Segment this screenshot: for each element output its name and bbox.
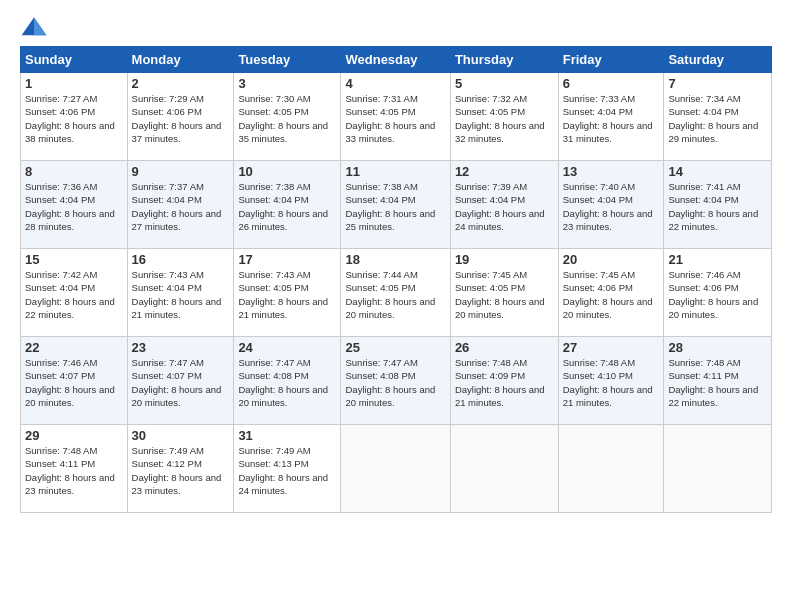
- day-info: Sunrise: 7:27 AMSunset: 4:06 PMDaylight:…: [25, 93, 115, 144]
- calendar-header-sunday: Sunday: [21, 47, 128, 73]
- calendar-header-thursday: Thursday: [450, 47, 558, 73]
- calendar-week-row: 8Sunrise: 7:36 AMSunset: 4:04 PMDaylight…: [21, 161, 772, 249]
- day-info: Sunrise: 7:40 AMSunset: 4:04 PMDaylight:…: [563, 181, 653, 232]
- calendar-cell: 3Sunrise: 7:30 AMSunset: 4:05 PMDaylight…: [234, 73, 341, 161]
- day-number: 30: [132, 428, 230, 443]
- day-number: 3: [238, 76, 336, 91]
- day-number: 29: [25, 428, 123, 443]
- day-info: Sunrise: 7:49 AMSunset: 4:12 PMDaylight:…: [132, 445, 222, 496]
- logo-icon: [20, 16, 48, 38]
- calendar-cell: 28Sunrise: 7:48 AMSunset: 4:11 PMDayligh…: [664, 337, 772, 425]
- calendar-cell: 20Sunrise: 7:45 AMSunset: 4:06 PMDayligh…: [558, 249, 664, 337]
- calendar-cell: 11Sunrise: 7:38 AMSunset: 4:04 PMDayligh…: [341, 161, 450, 249]
- day-number: 24: [238, 340, 336, 355]
- calendar-header-monday: Monday: [127, 47, 234, 73]
- day-number: 25: [345, 340, 445, 355]
- calendar-cell: 24Sunrise: 7:47 AMSunset: 4:08 PMDayligh…: [234, 337, 341, 425]
- day-number: 21: [668, 252, 767, 267]
- calendar-cell: 21Sunrise: 7:46 AMSunset: 4:06 PMDayligh…: [664, 249, 772, 337]
- calendar-cell: 25Sunrise: 7:47 AMSunset: 4:08 PMDayligh…: [341, 337, 450, 425]
- day-info: Sunrise: 7:39 AMSunset: 4:04 PMDaylight:…: [455, 181, 545, 232]
- day-number: 19: [455, 252, 554, 267]
- calendar-cell: 16Sunrise: 7:43 AMSunset: 4:04 PMDayligh…: [127, 249, 234, 337]
- day-info: Sunrise: 7:37 AMSunset: 4:04 PMDaylight:…: [132, 181, 222, 232]
- header: [20, 16, 772, 38]
- calendar-cell: 27Sunrise: 7:48 AMSunset: 4:10 PMDayligh…: [558, 337, 664, 425]
- day-number: 14: [668, 164, 767, 179]
- day-number: 11: [345, 164, 445, 179]
- day-number: 15: [25, 252, 123, 267]
- day-number: 10: [238, 164, 336, 179]
- svg-marker-1: [34, 17, 46, 35]
- calendar-cell: 29Sunrise: 7:48 AMSunset: 4:11 PMDayligh…: [21, 425, 128, 513]
- day-info: Sunrise: 7:31 AMSunset: 4:05 PMDaylight:…: [345, 93, 435, 144]
- day-info: Sunrise: 7:48 AMSunset: 4:10 PMDaylight:…: [563, 357, 653, 408]
- day-info: Sunrise: 7:41 AMSunset: 4:04 PMDaylight:…: [668, 181, 758, 232]
- calendar-header-friday: Friday: [558, 47, 664, 73]
- day-info: Sunrise: 7:34 AMSunset: 4:04 PMDaylight:…: [668, 93, 758, 144]
- day-info: Sunrise: 7:48 AMSunset: 4:11 PMDaylight:…: [25, 445, 115, 496]
- calendar-header-row: SundayMondayTuesdayWednesdayThursdayFrid…: [21, 47, 772, 73]
- day-info: Sunrise: 7:33 AMSunset: 4:04 PMDaylight:…: [563, 93, 653, 144]
- calendar-week-row: 22Sunrise: 7:46 AMSunset: 4:07 PMDayligh…: [21, 337, 772, 425]
- calendar-cell: [450, 425, 558, 513]
- day-number: 22: [25, 340, 123, 355]
- calendar-cell: 26Sunrise: 7:48 AMSunset: 4:09 PMDayligh…: [450, 337, 558, 425]
- calendar-cell: 30Sunrise: 7:49 AMSunset: 4:12 PMDayligh…: [127, 425, 234, 513]
- day-info: Sunrise: 7:48 AMSunset: 4:09 PMDaylight:…: [455, 357, 545, 408]
- day-number: 8: [25, 164, 123, 179]
- calendar-cell: 31Sunrise: 7:49 AMSunset: 4:13 PMDayligh…: [234, 425, 341, 513]
- calendar-cell: 22Sunrise: 7:46 AMSunset: 4:07 PMDayligh…: [21, 337, 128, 425]
- day-info: Sunrise: 7:49 AMSunset: 4:13 PMDaylight:…: [238, 445, 328, 496]
- calendar-cell: 23Sunrise: 7:47 AMSunset: 4:07 PMDayligh…: [127, 337, 234, 425]
- calendar-cell: 8Sunrise: 7:36 AMSunset: 4:04 PMDaylight…: [21, 161, 128, 249]
- calendar-cell: 19Sunrise: 7:45 AMSunset: 4:05 PMDayligh…: [450, 249, 558, 337]
- calendar-header-wednesday: Wednesday: [341, 47, 450, 73]
- day-info: Sunrise: 7:45 AMSunset: 4:06 PMDaylight:…: [563, 269, 653, 320]
- day-number: 23: [132, 340, 230, 355]
- day-number: 28: [668, 340, 767, 355]
- day-number: 27: [563, 340, 660, 355]
- calendar-week-row: 29Sunrise: 7:48 AMSunset: 4:11 PMDayligh…: [21, 425, 772, 513]
- calendar-cell: [664, 425, 772, 513]
- day-info: Sunrise: 7:48 AMSunset: 4:11 PMDaylight:…: [668, 357, 758, 408]
- calendar-table: SundayMondayTuesdayWednesdayThursdayFrid…: [20, 46, 772, 513]
- calendar-cell: 18Sunrise: 7:44 AMSunset: 4:05 PMDayligh…: [341, 249, 450, 337]
- day-info: Sunrise: 7:36 AMSunset: 4:04 PMDaylight:…: [25, 181, 115, 232]
- day-number: 1: [25, 76, 123, 91]
- calendar-cell: 9Sunrise: 7:37 AMSunset: 4:04 PMDaylight…: [127, 161, 234, 249]
- calendar-header-tuesday: Tuesday: [234, 47, 341, 73]
- logo: [20, 16, 52, 38]
- calendar-cell: 5Sunrise: 7:32 AMSunset: 4:05 PMDaylight…: [450, 73, 558, 161]
- day-info: Sunrise: 7:47 AMSunset: 4:07 PMDaylight:…: [132, 357, 222, 408]
- day-number: 18: [345, 252, 445, 267]
- day-number: 16: [132, 252, 230, 267]
- day-number: 5: [455, 76, 554, 91]
- calendar-cell: 2Sunrise: 7:29 AMSunset: 4:06 PMDaylight…: [127, 73, 234, 161]
- day-number: 17: [238, 252, 336, 267]
- page-container: SundayMondayTuesdayWednesdayThursdayFrid…: [0, 0, 792, 523]
- day-number: 2: [132, 76, 230, 91]
- calendar-cell: 13Sunrise: 7:40 AMSunset: 4:04 PMDayligh…: [558, 161, 664, 249]
- calendar-cell: 14Sunrise: 7:41 AMSunset: 4:04 PMDayligh…: [664, 161, 772, 249]
- day-number: 4: [345, 76, 445, 91]
- day-info: Sunrise: 7:38 AMSunset: 4:04 PMDaylight:…: [238, 181, 328, 232]
- day-number: 9: [132, 164, 230, 179]
- day-info: Sunrise: 7:47 AMSunset: 4:08 PMDaylight:…: [345, 357, 435, 408]
- calendar-cell: 17Sunrise: 7:43 AMSunset: 4:05 PMDayligh…: [234, 249, 341, 337]
- calendar-cell: 7Sunrise: 7:34 AMSunset: 4:04 PMDaylight…: [664, 73, 772, 161]
- day-info: Sunrise: 7:47 AMSunset: 4:08 PMDaylight:…: [238, 357, 328, 408]
- calendar-week-row: 15Sunrise: 7:42 AMSunset: 4:04 PMDayligh…: [21, 249, 772, 337]
- calendar-cell: 6Sunrise: 7:33 AMSunset: 4:04 PMDaylight…: [558, 73, 664, 161]
- day-number: 12: [455, 164, 554, 179]
- calendar-cell: [341, 425, 450, 513]
- calendar-cell: 10Sunrise: 7:38 AMSunset: 4:04 PMDayligh…: [234, 161, 341, 249]
- day-info: Sunrise: 7:43 AMSunset: 4:05 PMDaylight:…: [238, 269, 328, 320]
- day-number: 26: [455, 340, 554, 355]
- day-number: 13: [563, 164, 660, 179]
- day-number: 31: [238, 428, 336, 443]
- calendar-week-row: 1Sunrise: 7:27 AMSunset: 4:06 PMDaylight…: [21, 73, 772, 161]
- day-info: Sunrise: 7:46 AMSunset: 4:07 PMDaylight:…: [25, 357, 115, 408]
- calendar-cell: 15Sunrise: 7:42 AMSunset: 4:04 PMDayligh…: [21, 249, 128, 337]
- day-info: Sunrise: 7:30 AMSunset: 4:05 PMDaylight:…: [238, 93, 328, 144]
